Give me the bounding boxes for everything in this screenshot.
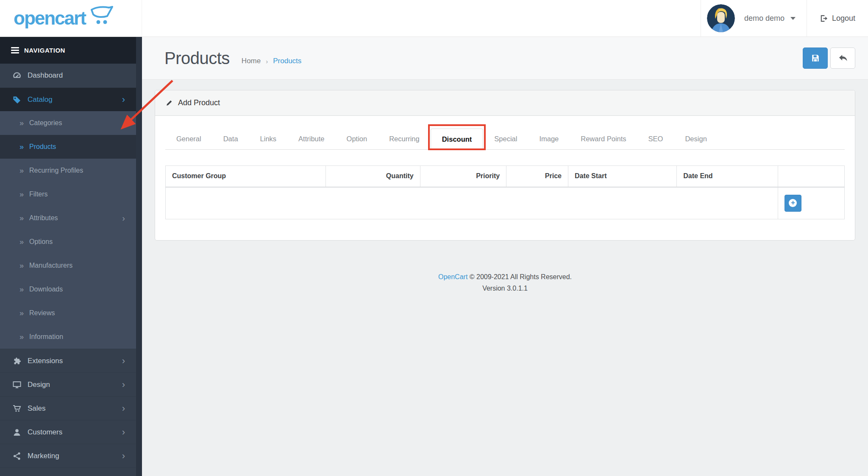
sidebar-subitem-filters[interactable]: » Filters [0, 182, 136, 206]
breadcrumb-home[interactable]: Home [242, 57, 261, 65]
panel-body: General Data Links Attribute Option Recu… [155, 116, 855, 240]
opencart-admin-app: opencart [0, 0, 868, 476]
page-header: Products Home › Products [142, 37, 868, 80]
breadcrumb-products[interactable]: Products [273, 57, 301, 65]
double-angle-icon: » [19, 190, 24, 199]
subitem-label: Recurring Profiles [29, 167, 83, 174]
subitem-label: Downloads [29, 286, 63, 293]
puzzle-icon [13, 357, 21, 365]
sidebar-subitem-reviews[interactable]: » Reviews [0, 301, 136, 325]
main-content: Products Home › Products [142, 37, 868, 476]
col-priority: Priority [420, 166, 506, 187]
tab-discount-label: Discount [442, 135, 472, 143]
add-product-panel: Add Product General Data Links Attribute… [155, 90, 855, 241]
sidebar-item-label: Dashboard [28, 71, 63, 80]
sidebar-subitem-options[interactable]: » Options [0, 230, 136, 254]
double-angle-icon: » [19, 261, 24, 270]
pencil-icon [166, 99, 173, 106]
sidebar-item-catalog[interactable]: Catalog › [0, 87, 136, 111]
sidebar-subitem-manufacturers[interactable]: » Manufacturers [0, 254, 136, 277]
page-actions [803, 48, 855, 69]
tab-recurring[interactable]: Recurring [378, 129, 431, 149]
sidebar-item-marketing[interactable]: Marketing › [0, 444, 136, 468]
tab-option[interactable]: Option [336, 129, 378, 149]
sidebar-item-label: Marketing [28, 452, 59, 460]
subitem-label: Categories [29, 119, 62, 127]
sidebar-item-customers[interactable]: Customers › [0, 420, 136, 444]
double-angle-icon: » [19, 119, 24, 128]
tab-design[interactable]: Design [674, 129, 718, 149]
sidebar-item-label: Customers [28, 428, 62, 437]
floppy-save-icon [811, 53, 820, 63]
hamburger-icon [11, 46, 19, 55]
sidebar-item-system[interactable]: System › [0, 468, 136, 476]
sidebar-subitem-recurring-profiles[interactable]: » Recurring Profiles [0, 159, 136, 182]
sidebar-subitem-information[interactable]: » Information [0, 325, 136, 349]
page-title: Products [164, 49, 230, 68]
header-spacer [142, 0, 701, 36]
double-angle-icon: » [19, 214, 24, 223]
logout-label: Logout [832, 14, 855, 23]
subitem-label: Reviews [29, 309, 55, 317]
col-date-start: Date Start [568, 166, 676, 187]
navigation-label: NAVIGATION [24, 47, 65, 54]
sidebar: NAVIGATION Dashboard Catalog › [0, 37, 142, 476]
sidebar-item-label: Design [28, 381, 50, 389]
col-customer-group: Customer Group [166, 166, 326, 187]
sidebar-scrollbar[interactable] [136, 37, 142, 476]
breadcrumb-separator: › [266, 58, 268, 65]
sidebar-item-sales[interactable]: Sales › [0, 396, 136, 420]
tab-attribute[interactable]: Attribute [287, 129, 335, 149]
sign-out-icon [820, 14, 828, 22]
tab-special[interactable]: Special [483, 129, 528, 149]
save-button[interactable] [803, 48, 828, 69]
chevron-right-icon: › [122, 356, 125, 366]
tab-links[interactable]: Links [249, 129, 288, 149]
top-header: opencart [0, 0, 868, 37]
logo-cart-icon [90, 6, 114, 25]
tab-image[interactable]: Image [528, 129, 570, 149]
sidebar-item-dashboard[interactable]: Dashboard [0, 64, 136, 87]
col-quantity: Quantity [326, 166, 420, 187]
reply-arrow-icon [838, 53, 848, 63]
desktop-icon [13, 381, 21, 389]
tab-reward-points[interactable]: Reward Points [570, 129, 637, 149]
discount-table: Customer Group Quantity Priority Price D… [165, 165, 845, 219]
sidebar-item-design[interactable]: Design › [0, 372, 136, 396]
sidebar-item-label: Catalog [28, 95, 53, 104]
sidebar-subitem-categories[interactable]: » Categories [0, 111, 136, 135]
page-content: Add Product General Data Links Attribute… [142, 80, 868, 304]
table-footer-row: + [166, 187, 845, 219]
sidebar-subitem-downloads[interactable]: » Downloads [0, 277, 136, 301]
sidebar-subitem-attributes[interactable]: » Attributes › [0, 206, 136, 230]
footer: OpenCart © 2009-2021 All Rights Reserved… [155, 271, 855, 294]
add-discount-button[interactable]: + [785, 195, 801, 212]
user-icon [13, 428, 21, 437]
user-name: demo demo [744, 14, 785, 23]
table-header-row: Customer Group Quantity Priority Price D… [166, 166, 845, 187]
footer-version: Version 3.0.1.1 [155, 283, 855, 294]
tab-discount[interactable]: Discount [431, 129, 484, 150]
back-button[interactable] [830, 48, 855, 69]
navigation-header: NAVIGATION [0, 37, 136, 64]
tab-general[interactable]: General [165, 129, 212, 149]
shopping-cart-icon [13, 404, 21, 413]
sidebar-subitem-products[interactable]: » Products [0, 135, 136, 159]
tab-seo[interactable]: SEO [637, 129, 674, 149]
double-angle-icon: » [19, 309, 24, 318]
catalog-submenu: » Categories » Products » Recurring Prof… [0, 111, 136, 349]
caret-down-icon [790, 17, 796, 20]
user-menu[interactable]: demo demo [701, 0, 807, 36]
tab-data[interactable]: Data [212, 129, 249, 149]
opencart-logo[interactable]: opencart [0, 0, 142, 36]
col-date-end: Date End [677, 166, 778, 187]
sidebar-item-label: Extensions [28, 357, 63, 365]
double-angle-icon: » [19, 143, 24, 151]
share-icon [13, 452, 21, 460]
add-row-cell: + [778, 187, 844, 219]
footer-opencart-link[interactable]: OpenCart [438, 273, 467, 280]
sidebar-item-extensions[interactable]: Extensions › [0, 349, 136, 372]
logout-button[interactable]: Logout [807, 0, 868, 36]
plus-circle-icon: + [789, 199, 797, 207]
footer-copyright: OpenCart © 2009-2021 All Rights Reserved… [155, 271, 855, 283]
